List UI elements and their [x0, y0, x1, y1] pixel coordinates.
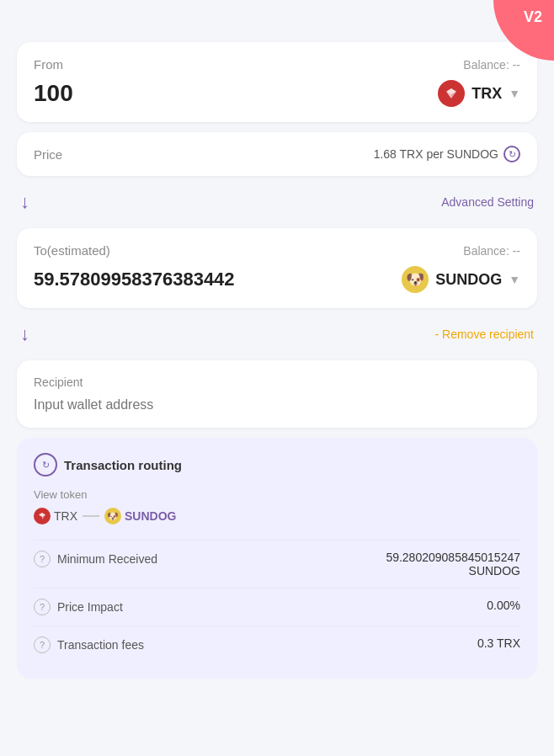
from-token-selector[interactable]: TRX ▼	[438, 80, 520, 107]
to-card: To(estimated) Balance: -- 59.57809958376…	[17, 228, 537, 308]
routing-icon: ↻	[34, 453, 57, 476]
token-item-sundog[interactable]: 🐶 SUNDOG	[104, 508, 176, 524]
price-impact-label: Price Impact	[57, 600, 123, 614]
from-input-row: TRX ▼	[34, 80, 520, 107]
routing-section: ↻ Transaction routing View token TRX 🐶 S…	[17, 438, 537, 679]
from-label-row: From Balance: --	[34, 57, 520, 72]
routing-header: ↻ Transaction routing	[34, 453, 520, 476]
price-label: Price	[34, 147, 62, 162]
trx-small-icon	[34, 508, 51, 524]
transaction-fees-help-icon[interactable]: ?	[34, 636, 51, 653]
to-arrow-down-icon: ↓	[20, 323, 29, 345]
minimum-received-value: 59.280209085845015247 SUNDOG	[386, 551, 520, 578]
sundog-icon: 🐶	[402, 266, 429, 293]
to-balance: Balance: --	[463, 244, 520, 258]
routing-title: Transaction routing	[64, 458, 182, 472]
minimum-received-label: Minimum Received	[57, 552, 157, 566]
from-balance: Balance: --	[463, 58, 520, 72]
from-amount-input[interactable]	[34, 80, 326, 107]
token-item-trx[interactable]: TRX	[34, 508, 77, 524]
token-separator	[83, 515, 99, 517]
trx-icon	[438, 80, 465, 107]
price-impact-row: ? Price Impact 0.00%	[34, 588, 520, 626]
token-list: TRX 🐶 SUNDOG	[34, 508, 520, 524]
from-card: From Balance: -- TRX ▼	[17, 42, 537, 122]
from-token-name: TRX	[471, 85, 502, 103]
transaction-fees-left: ? Transaction fees	[34, 636, 144, 653]
trx-token-label: TRX	[54, 509, 77, 523]
arrow-down-icon: ↓	[20, 191, 29, 213]
advanced-setting-link[interactable]: Advanced Setting	[441, 195, 534, 209]
to-token-name: SUNDOG	[435, 271, 502, 289]
view-token-label: View token	[34, 488, 520, 501]
svg-marker-0	[446, 88, 456, 95]
to-label: To(estimated)	[34, 243, 110, 258]
recipient-input[interactable]	[34, 397, 520, 413]
to-input-row: 59.57809958376383442 🐶 SUNDOG ▼	[34, 266, 520, 293]
from-token-chevron: ▼	[509, 87, 520, 100]
v2-badge-label: V2	[524, 8, 542, 26]
price-impact-help-icon[interactable]: ?	[34, 599, 51, 615]
price-card: Price 1.68 TRX per SUNDOG ↻	[17, 132, 537, 176]
swap-arrow-row: ↓ Advanced Setting	[17, 186, 537, 218]
price-impact-left: ? Price Impact	[34, 599, 123, 615]
recipient-label: Recipient	[34, 375, 520, 389]
to-token-chevron: ▼	[509, 273, 520, 286]
price-value-text: 1.68 TRX per SUNDOG	[374, 147, 498, 161]
remove-recipient-row: ↓ - Remove recipient	[17, 318, 537, 350]
recipient-card: Recipient	[17, 360, 537, 428]
minimum-received-left: ? Minimum Received	[34, 551, 157, 567]
svg-marker-3	[39, 513, 45, 517]
minimum-received-help-icon[interactable]: ?	[34, 551, 51, 567]
to-label-row: To(estimated) Balance: --	[34, 243, 520, 258]
price-impact-value: 0.00%	[487, 599, 520, 612]
sundog-small-icon: 🐶	[104, 508, 121, 524]
from-label: From	[34, 57, 63, 72]
sundog-token-label: SUNDOG	[125, 509, 176, 523]
to-token-selector[interactable]: 🐶 SUNDOG ▼	[402, 266, 520, 293]
minimum-received-row: ? Minimum Received 59.280209085845015247…	[34, 540, 520, 588]
transaction-fees-row: ? Transaction fees 0.3 TRX	[34, 626, 520, 663]
to-amount-value: 59.57809958376383442	[34, 269, 235, 290]
transaction-fees-label: Transaction fees	[57, 638, 144, 652]
price-value-row: 1.68 TRX per SUNDOG ↻	[374, 146, 520, 162]
remove-recipient-link[interactable]: - Remove recipient	[435, 327, 535, 341]
refresh-icon[interactable]: ↻	[503, 146, 520, 162]
transaction-fees-value: 0.3 TRX	[477, 636, 520, 650]
